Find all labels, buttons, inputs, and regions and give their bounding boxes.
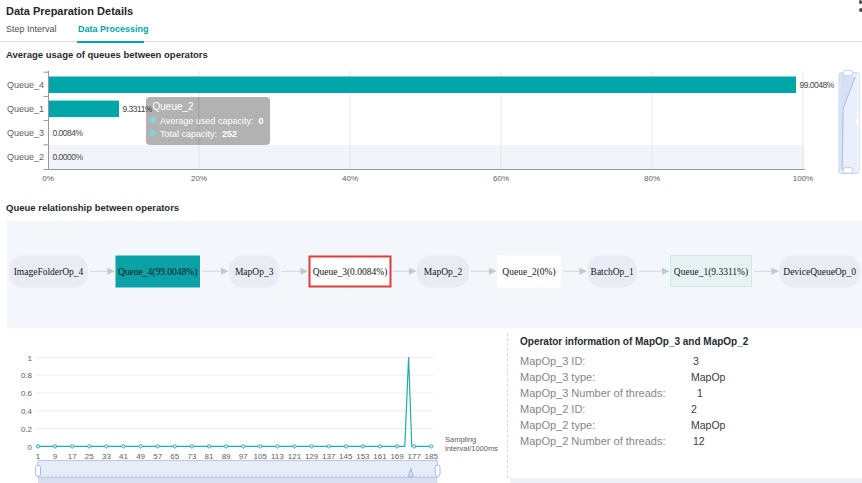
svg-text:33: 33 bbox=[102, 452, 111, 461]
svg-text:Queue_1(9.3311%): Queue_1(9.3311%) bbox=[674, 267, 748, 278]
svg-text:121: 121 bbox=[288, 452, 302, 461]
svg-text:BatchOp_1: BatchOp_1 bbox=[591, 267, 635, 277]
svg-text:1: 1 bbox=[28, 354, 33, 363]
svg-text:0.8: 0.8 bbox=[21, 371, 33, 380]
svg-text:60%: 60% bbox=[493, 174, 509, 183]
svg-text:99.0048%: 99.0048% bbox=[800, 80, 835, 90]
svg-text:57: 57 bbox=[153, 452, 162, 461]
svg-text:Queue_2(0%): Queue_2(0%) bbox=[502, 267, 555, 278]
svg-text:145: 145 bbox=[339, 452, 353, 461]
svg-text:80%: 80% bbox=[644, 174, 660, 183]
svg-text:129: 129 bbox=[305, 452, 319, 461]
svg-text:9: 9 bbox=[53, 452, 58, 461]
svg-text:41: 41 bbox=[119, 452, 128, 461]
svg-text:105: 105 bbox=[254, 452, 268, 461]
svg-text:Queue_4(99.0048%): Queue_4(99.0048%) bbox=[118, 267, 197, 278]
svg-text:100%: 100% bbox=[793, 174, 813, 183]
svg-text:20%: 20% bbox=[191, 174, 207, 183]
svg-text:65: 65 bbox=[170, 452, 179, 461]
svg-text:Queue_1: Queue_1 bbox=[7, 104, 44, 114]
svg-text:73: 73 bbox=[187, 452, 196, 461]
svg-text:ImageFolderOp_4: ImageFolderOp_4 bbox=[14, 267, 84, 277]
svg-text:40%: 40% bbox=[342, 174, 358, 183]
svg-text:Queue_3(0.0084%): Queue_3(0.0084%) bbox=[313, 267, 388, 278]
svg-text:0.6: 0.6 bbox=[21, 389, 33, 398]
svg-text:169: 169 bbox=[390, 452, 404, 461]
svg-text:25: 25 bbox=[85, 452, 94, 461]
svg-text:137: 137 bbox=[322, 452, 336, 461]
svg-text:81: 81 bbox=[205, 452, 214, 461]
svg-text:MapOp_2: MapOp_2 bbox=[424, 267, 463, 277]
svg-text:0.0000%: 0.0000% bbox=[53, 152, 84, 162]
svg-text:0.2: 0.2 bbox=[21, 425, 33, 434]
svg-text:Queue_2: Queue_2 bbox=[7, 152, 44, 162]
svg-text:DeviceQueueOp_0: DeviceQueueOp_0 bbox=[783, 267, 856, 277]
svg-text:0.0084%: 0.0084% bbox=[53, 128, 84, 138]
svg-text:interval/1000ms: interval/1000ms bbox=[445, 444, 498, 453]
svg-text:MapOp_3: MapOp_3 bbox=[235, 267, 274, 277]
svg-text:17: 17 bbox=[68, 452, 77, 461]
svg-text:0: 0 bbox=[28, 443, 33, 452]
svg-text:161: 161 bbox=[373, 452, 387, 461]
svg-text:185: 185 bbox=[425, 452, 439, 461]
svg-text:97: 97 bbox=[239, 452, 248, 461]
svg-text:Queue_3: Queue_3 bbox=[7, 128, 44, 138]
svg-text:153: 153 bbox=[356, 452, 370, 461]
svg-text:49: 49 bbox=[136, 452, 145, 461]
svg-text:0%: 0% bbox=[42, 174, 54, 183]
svg-text:177: 177 bbox=[408, 452, 422, 461]
svg-text:113: 113 bbox=[271, 452, 284, 461]
svg-text:Queue_4: Queue_4 bbox=[7, 80, 44, 90]
svg-text:89: 89 bbox=[222, 452, 231, 461]
svg-text:1: 1 bbox=[36, 452, 41, 461]
svg-text:0.4: 0.4 bbox=[21, 407, 33, 416]
